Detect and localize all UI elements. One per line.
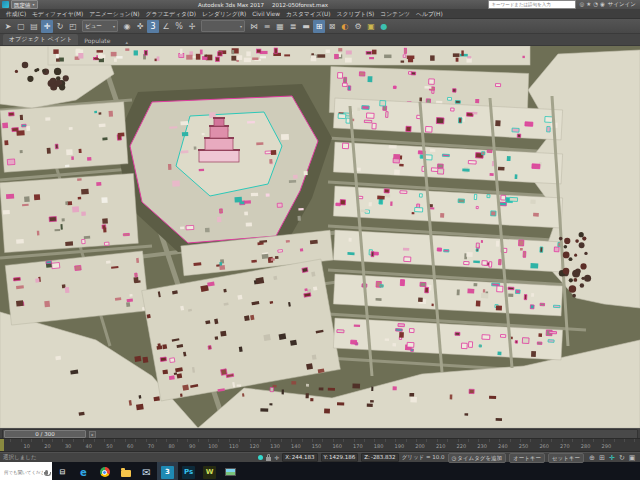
frame-tick-260: 260 [539, 443, 549, 449]
frame-tick-50: 50 [106, 443, 112, 449]
status-prompt: 選択しました [3, 454, 37, 461]
time-slider: 0 / 300 ▸ [0, 428, 640, 438]
percent-snap-icon[interactable]: % [173, 20, 185, 33]
community-icon[interactable]: ◎ [578, 0, 585, 9]
snaps-toggle-icon[interactable]: 3 [147, 20, 159, 33]
time-slider-handle[interactable]: 0 / 300 [4, 430, 86, 438]
schematic-view-icon[interactable]: ⊠ [326, 20, 338, 33]
windows-taskbar: ⊟e✉3PsW [0, 462, 640, 480]
mirror-icon[interactable]: ⋈ [248, 20, 260, 33]
named-selection-sets-dropdown[interactable] [201, 20, 245, 32]
frame-tick-100: 100 [208, 443, 218, 449]
isolate-toggle-icon[interactable] [258, 455, 263, 460]
menu-item-5[interactable]: Civil View [249, 9, 283, 19]
frame-tick-130: 130 [270, 443, 280, 449]
frame-tick-160: 160 [332, 443, 342, 449]
user-icon[interactable]: ◉ [599, 0, 606, 9]
frame-tick-200: 200 [415, 443, 425, 449]
maximize-viewport-icon[interactable]: ▣ [627, 453, 637, 462]
pan-icon[interactable]: ✛ [607, 453, 617, 462]
photos-icon[interactable] [220, 462, 241, 480]
frame-tick-170: 170 [353, 443, 363, 449]
chrome-icon[interactable] [94, 462, 115, 480]
microphone-icon[interactable] [45, 470, 48, 475]
curve-editor-icon[interactable]: ⊞ [313, 20, 325, 33]
toggle-scene-explorer-icon[interactable]: ▦ [274, 20, 286, 33]
rendered-frame-icon[interactable]: ▣ [365, 20, 377, 33]
frame-tick-180: 180 [374, 443, 384, 449]
photoshop-icon-glyph: Ps [182, 466, 195, 479]
coordinate-z-field[interactable]: Z: -283.832 [361, 453, 398, 462]
selection-region-icon[interactable]: ▢ [15, 20, 27, 33]
menu-item-1[interactable]: モディファイヤ(M) [29, 9, 86, 19]
select-object-icon[interactable]: ➤ [2, 20, 14, 33]
auto-key-button[interactable]: オートキー [509, 453, 545, 463]
edge-icon[interactable]: e [73, 462, 94, 480]
add-time-tag-button[interactable]: ◷ タイムタグを追加 [448, 453, 507, 463]
menu-item-0[interactable]: 作成(C) [3, 9, 29, 19]
material-editor-icon[interactable]: ◐ [339, 20, 351, 33]
menu-item-9[interactable]: ヘルプ(H) [413, 9, 446, 19]
frame-tick-80: 80 [168, 443, 174, 449]
frame-tick-70: 70 [148, 443, 154, 449]
menu-item-6[interactable]: カスタマイズ(U) [283, 9, 333, 19]
select-and-move-icon[interactable]: ✛ [41, 20, 53, 33]
time-slider-track[interactable]: 0 / 300 ▸ [2, 429, 638, 439]
workspace-label: 既定値 [14, 2, 31, 8]
menu-item-3[interactable]: グラフエディタ(D) [143, 9, 200, 19]
cortana-search-input[interactable] [2, 469, 45, 476]
notification-icon[interactable]: ◔ [592, 0, 599, 9]
toggle-layer-explorer-icon[interactable]: ≣ [287, 20, 299, 33]
cortana-search [0, 462, 52, 480]
track-bar-caret[interactable] [0, 439, 4, 451]
ribbon-tab-0[interactable]: オブジェクト ペイント [3, 34, 78, 45]
set-key-button[interactable]: セットキー [548, 453, 584, 463]
mail-icon[interactable]: ✉ [136, 462, 157, 480]
app-w-icon[interactable]: W [199, 462, 220, 480]
edge-icon-glyph: e [80, 467, 87, 478]
frame-tick-210: 210 [436, 443, 446, 449]
file-explorer-icon[interactable] [115, 462, 136, 480]
coordinate-x-field[interactable]: X: 244.183 [282, 453, 317, 462]
toggle-ribbon-icon[interactable]: ▬ [300, 20, 312, 33]
sign-in-link[interactable]: サインイン [608, 1, 638, 8]
next-frame-nub[interactable]: ▸ [89, 431, 96, 438]
frame-tick-140: 140 [291, 443, 301, 449]
viewport-canvas[interactable] [0, 46, 640, 428]
selection-lock-icon[interactable] [266, 457, 271, 461]
zoom-icon[interactable]: ⊕ [587, 453, 597, 462]
select-and-manipulate-icon[interactable]: ✜ [134, 20, 146, 33]
ribbon-minimize-icon[interactable]: ▴ [122, 39, 131, 45]
render-production-icon[interactable]: ● [378, 20, 390, 33]
frame-tick-280: 280 [581, 443, 591, 449]
3ds-max-logo-icon[interactable] [2, 1, 9, 8]
menu-item-7[interactable]: スクリプト(S) [333, 9, 377, 19]
select-and-rotate-icon[interactable]: ↻ [54, 20, 66, 33]
task-view-icon[interactable]: ⊟ [52, 462, 73, 480]
menu-item-4[interactable]: レンダリング(R) [199, 9, 249, 19]
photoshop-icon[interactable]: Ps [178, 462, 199, 480]
coordinate-y-field[interactable]: Y: 1429.186 [321, 453, 359, 462]
help-search-input[interactable] [489, 2, 575, 7]
use-pivot-center-icon[interactable]: ◉ [121, 20, 133, 33]
align-icon[interactable]: ≡ [261, 20, 273, 33]
reference-coordinate-dropdown[interactable]: ビュー [82, 20, 118, 32]
menu-item-8[interactable]: コンテンツ [377, 9, 413, 19]
angle-snap-icon[interactable]: ∠ [160, 20, 172, 33]
frame-tick-40: 40 [86, 443, 92, 449]
zoom-extents-icon[interactable]: ⊞ [597, 453, 607, 462]
render-setup-icon[interactable]: ⚙ [352, 20, 364, 33]
favorites-icon[interactable]: ★ [585, 0, 592, 9]
menu-item-2[interactable]: アニメーション(N) [86, 9, 142, 19]
grid-size-label: グリッド = 10.0 [402, 454, 445, 461]
orbit-icon[interactable]: ↻ [617, 453, 627, 462]
absolute-mode-icon[interactable]: ✛ [274, 453, 279, 463]
track-bar[interactable]: 1020304050607080901001101201301401501601… [0, 438, 640, 452]
select-by-name-icon[interactable]: ▤ [28, 20, 40, 33]
ribbon-tab-1[interactable]: Populate [78, 36, 116, 45]
spinner-snap-icon[interactable]: ✢ [186, 20, 198, 33]
status-toggles: ✛ [258, 453, 279, 463]
select-and-scale-icon[interactable]: ◰ [67, 20, 79, 33]
3ds-max-window: 既定値 Autodesk 3ds Max 2017 2012-050forest… [0, 0, 640, 480]
3ds-max-icon[interactable]: 3 [157, 462, 178, 480]
